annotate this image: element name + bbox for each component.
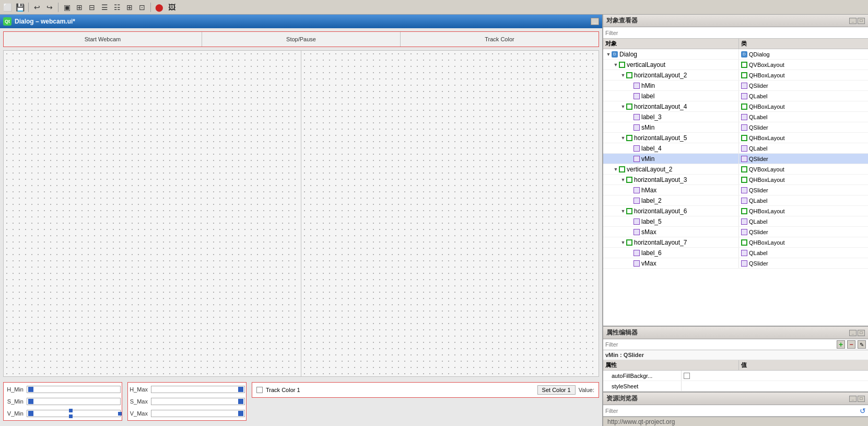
resource-filter-input[interactable] [605, 408, 860, 414]
smin-label: S_Min [5, 398, 25, 405]
smin-handle[interactable] [28, 399, 33, 404]
tree-row[interactable]: ▼horizontalLayout_4QHBoxLayout [603, 101, 868, 112]
tree-arrow[interactable]: ▼ [613, 62, 619, 67]
tree-cell-type: QSlider [739, 227, 868, 237]
tree-row[interactable]: ▼horizontalLayout_3QHBoxLayout [603, 175, 868, 185]
tree-arrow[interactable]: ▼ [620, 177, 626, 182]
hmax-track[interactable] [151, 386, 245, 393]
tree-row[interactable]: hMaxQSlider [603, 185, 868, 195]
tree-row[interactable]: sMaxQSlider [603, 227, 868, 237]
properties-minimize-btn[interactable]: _ [849, 330, 857, 336]
properties-header: 属性编辑器 _ □ [603, 327, 868, 339]
tree-cell-obj: ▼DDialog [603, 49, 739, 59]
tree-row[interactable]: label_6QLabel [603, 248, 868, 258]
tree-node-name: label_2 [641, 197, 662, 204]
toolbar-grid-icon[interactable]: ⊞ [124, 2, 135, 13]
vmax-track[interactable] [151, 410, 245, 417]
tree-row[interactable]: ▼horizontalLayout_7QHBoxLayout [603, 237, 868, 248]
window-minimize-btn[interactable]: _ [591, 18, 599, 25]
toolbar-preview-icon[interactable]: 🖼 [167, 2, 177, 13]
stop-pause-button[interactable]: Stop/Pause [202, 32, 401, 47]
tree-cell-type: QLabel [739, 195, 868, 205]
resource-maximize-btn[interactable]: □ [858, 396, 865, 402]
tree-row[interactable]: labelQLabel [603, 91, 868, 101]
toolbar-widget-icon[interactable]: ▣ [62, 2, 72, 13]
prop-subtitle: vMin : QSlider [603, 350, 868, 360]
toolbar-undo-icon[interactable]: ↩ [32, 2, 42, 13]
toolbar-separator-2 [58, 3, 58, 12]
toolbar-new-icon[interactable]: ⬜ [2, 2, 13, 13]
tree-row[interactable]: ▼verticalLayoutQVBoxLayout [603, 60, 868, 70]
preview-left-canvas [4, 51, 301, 376]
prop-edit-btn[interactable]: ✎ [858, 340, 866, 349]
hmax-handle[interactable] [238, 387, 243, 392]
vmin-resize-right[interactable] [118, 412, 122, 416]
prop-table: 属性 值 autoFillBackgr... styleSheet [603, 360, 868, 392]
track-color-checkbox[interactable] [256, 387, 263, 393]
tree-row[interactable]: ▼horizontalLayout_2QHBoxLayout [603, 70, 868, 80]
tree-header: 对象 类 [603, 39, 868, 49]
toolbar-form-icon[interactable]: ⊡ [137, 2, 147, 13]
tree-row[interactable]: label_3QLabel [603, 112, 868, 122]
tree-arrow[interactable]: ▼ [620, 135, 626, 141]
tree-row[interactable]: ▼DDialogDQDialog [603, 49, 868, 60]
window-title: Dialog – webcam.ui* [15, 18, 75, 25]
track-color-area: Track Color 1 Set Color 1 Value: [252, 382, 599, 398]
tree-cell-obj: label_3 [603, 112, 739, 122]
prop-add-btn[interactable]: + [837, 340, 845, 349]
tree-cell-obj: hMax [603, 185, 739, 195]
set-color-button[interactable]: Set Color 1 [537, 385, 576, 395]
smax-handle[interactable] [238, 399, 243, 404]
vmin-track[interactable] [27, 410, 121, 417]
vmax-handle[interactable] [238, 411, 243, 416]
tree-row[interactable]: sMinQSlider [603, 122, 868, 133]
track-color-button[interactable]: Track Color [401, 32, 599, 47]
toolbar-break-icon[interactable]: ⊟ [87, 2, 97, 13]
tree-row[interactable]: ▼verticalLayout_2QVBoxLayout [603, 164, 868, 175]
vmin-resize-bottom[interactable] [69, 415, 73, 418]
track-color-label: Track Color 1 [266, 387, 534, 393]
hmin-track[interactable] [27, 386, 121, 393]
resource-refresh-icon[interactable]: ↺ [860, 407, 866, 415]
resource-minimize-btn[interactable]: _ [849, 396, 857, 402]
tree-arrow[interactable]: ▼ [620, 73, 626, 78]
tree-row[interactable]: label_2QLabel [603, 195, 868, 206]
tree-row[interactable]: vMaxQSlider [603, 258, 868, 269]
object-inspector-maximize-btn[interactable]: □ [858, 18, 865, 24]
smin-track[interactable] [27, 398, 121, 405]
tree-row[interactable]: hMinQSlider [603, 80, 868, 91]
resource-filter-row: ↺ [603, 405, 868, 417]
tree-row[interactable]: label_5QLabel [603, 216, 868, 227]
tree-arrow[interactable]: ▼ [620, 240, 626, 245]
vmin-handle[interactable] [28, 411, 33, 416]
start-webcam-button[interactable]: Start Webcam [4, 32, 202, 47]
toolbar-save-icon[interactable]: 💾 [15, 2, 25, 13]
toolbar-stop-icon[interactable]: ⬤ [154, 2, 165, 13]
vmin-resize-top[interactable] [69, 409, 73, 412]
prop-minus-btn[interactable]: − [847, 340, 855, 349]
toolbar-redo-icon[interactable]: ↪ [44, 2, 55, 13]
object-inspector-minimize-btn[interactable]: _ [849, 18, 857, 24]
tree-arrow[interactable]: ▼ [605, 52, 612, 57]
object-inspector-filter-input[interactable] [605, 30, 866, 36]
tree-arrow[interactable]: ▼ [620, 104, 626, 109]
toolbar-layout-icon[interactable]: ⊞ [74, 2, 85, 13]
hmin-handle[interactable] [28, 387, 33, 392]
properties-maximize-btn[interactable]: □ [858, 330, 865, 336]
tree-row[interactable]: vMinQSlider [603, 154, 868, 164]
tree-arrow[interactable]: ▼ [613, 167, 619, 172]
hmin-label: H_Min [5, 386, 25, 393]
prop-autofill-checkbox[interactable] [684, 373, 690, 379]
tree-cell-obj: label_5 [603, 216, 739, 226]
tree-row[interactable]: label_4QLabel [603, 143, 868, 154]
tree-arrow[interactable]: ▼ [620, 209, 626, 214]
smax-track[interactable] [151, 398, 245, 405]
toolbar-vbox-icon[interactable]: ☷ [112, 2, 122, 13]
tree-row[interactable]: ▼horizontalLayout_5QHBoxLayout [603, 133, 868, 143]
preview-right [301, 51, 599, 376]
properties-title: 属性编辑器 [606, 328, 638, 337]
toolbar-hbox-icon[interactable]: ☰ [99, 2, 110, 13]
prop-filter-input[interactable] [605, 341, 835, 348]
smax-label: S_Max [129, 398, 149, 405]
tree-row[interactable]: ▼horizontalLayout_6QHBoxLayout [603, 206, 868, 216]
